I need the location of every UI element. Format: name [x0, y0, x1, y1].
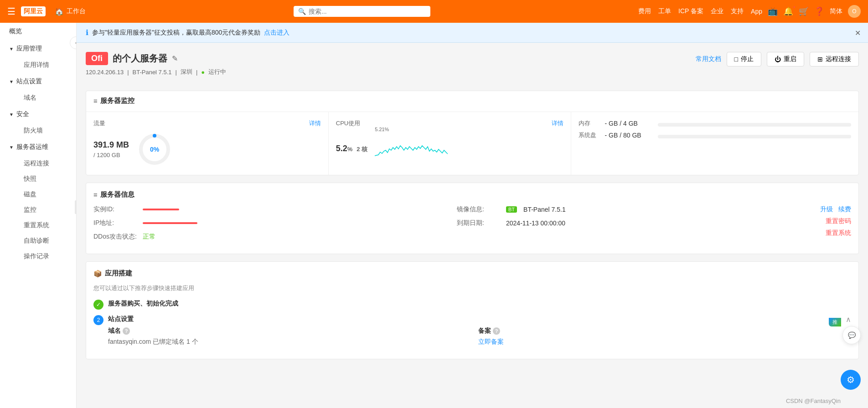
group-label: 服务器运维 [16, 143, 48, 151]
rec-badge: 推 [829, 318, 841, 326]
build-step-2: 2 站点设置 域名 ? fantasyqin.com 已绑定域名 1 个 [93, 315, 851, 346]
separator2: | [176, 69, 177, 76]
filing-help-icon[interactable]: ? [493, 327, 500, 335]
instance-id-value [143, 209, 179, 210]
nav-icp[interactable]: ICP 备案 [678, 7, 703, 15]
restart-label: 重启 [784, 55, 796, 63]
monitor-title: ≡ 服务器监控 [93, 97, 851, 105]
nav-fees[interactable]: 费用 [638, 7, 651, 15]
app-build-desc: 您可以通过以下推荐步骤快速搭建应用 [93, 284, 851, 292]
edit-icon[interactable]: ✎ [172, 54, 178, 63]
cpu-detail-link[interactable]: 详情 [552, 119, 563, 128]
server-ip: 120.24.206.13 [86, 69, 124, 76]
overview-label: 概览 [9, 27, 22, 36]
nav-support[interactable]: 支持 [731, 7, 744, 15]
domain-help-icon[interactable]: ? [123, 327, 130, 335]
home-icon[interactable]: 🏠 [55, 7, 64, 16]
expire-label: 到期日期: [457, 219, 502, 227]
traffic-values: 391.9 MB / 1200 GB [93, 140, 129, 158]
disk-progress-bar [658, 132, 852, 138]
cpu-chart-container: 5.21% [375, 131, 563, 166]
avatar[interactable]: O [848, 5, 861, 18]
sidebar-sub-security: 防火墙 [0, 123, 76, 138]
cpu-chart-label: 5.21% [375, 127, 389, 132]
sidebar-item-domain[interactable]: 域名 [16, 90, 76, 106]
banner-link[interactable]: 点击进入 [264, 29, 289, 37]
top-navigation: ☰ 阿里云 🏠 工作台 🔍 费用 工单 ICP 备案 企业 支持 App 📺 🔔… [0, 0, 868, 23]
sidebar-item-monitor[interactable]: 监控 [16, 202, 76, 218]
monitor-icon[interactable]: 📺 [768, 6, 778, 16]
sidebar-sub-app: 应用详情 [0, 57, 76, 73]
sidebar: ‹ 概览 ▼ 应用管理 应用详情 ▼ 站点设置 域名 ▼ 安全 [0, 23, 77, 408]
traffic-section: 流量 详情 391.9 MB / 1200 GB [86, 112, 329, 175]
traffic-donut: 0% [136, 131, 173, 168]
sidebar-group-app-management[interactable]: ▼ 应用管理 [0, 40, 76, 57]
common-docs-button[interactable]: 常用文档 [696, 52, 721, 66]
breadcrumb-text[interactable]: 工作台 [67, 7, 86, 15]
sidebar-item-op-log[interactable]: 操作记录 [16, 249, 76, 264]
cpu-unit: % [347, 146, 353, 153]
sidebar-resize-handle[interactable]: ⠿ [75, 200, 77, 214]
restart-icon: ⏻ [775, 56, 781, 63]
sidebar-item-overview[interactable]: 概览 [0, 23, 76, 40]
reset-system-link[interactable]: 重置系统 [826, 229, 851, 237]
status-dot: ● [201, 69, 205, 76]
floating-action-button[interactable]: ⚙ [841, 370, 861, 390]
upgrade-link[interactable]: 升级 [820, 205, 833, 214]
info-title-text: 服务器信息 [100, 190, 134, 199]
banner-close[interactable]: ✕ [855, 28, 861, 37]
traffic-detail-link[interactable]: 详情 [309, 119, 321, 128]
sidebar-item-firewall[interactable]: 防火墙 [16, 123, 76, 138]
reset-password-link[interactable]: 重置密码 [826, 217, 851, 225]
server-title-left: Ofi 的个人服务器 ✎ 120.24.206.13 | BT-Panel 7.… [86, 52, 226, 83]
remote-connect-button[interactable]: ⊞ 远程连接 [810, 52, 859, 66]
chat-float-button[interactable]: 💬 [842, 326, 861, 344]
sidebar-item-disk[interactable]: 磁盘 [16, 187, 76, 202]
cpu-value: 5.2% 2 核 [336, 144, 367, 153]
fab-icon: ⚙ [847, 374, 855, 385]
expire-value: 2024-11-13 00:00:00 [506, 219, 565, 227]
cart-icon[interactable]: 🛒 [799, 6, 809, 16]
csdn-watermark: CSDN @FantasyQin [786, 398, 841, 404]
stop-button[interactable]: □ 停止 [727, 52, 761, 66]
sidebar-item-remote[interactable]: 远程连接 [16, 156, 76, 171]
search-bar[interactable]: 🔍 [294, 6, 430, 17]
app-build-title-text: 应用搭建 [105, 269, 132, 278]
promotion-banner: ℹ 参与"轻量应用服务器"征文投稿，赢取最高800元代金券奖励 点击进入 ✕ [77, 23, 868, 43]
nav-enterprise[interactable]: 企业 [711, 7, 723, 15]
step2-collapse-icon[interactable]: ∧ [846, 315, 851, 324]
lang-switch[interactable]: 简体 [830, 7, 842, 15]
upgrade-renew-row: 升级 续费 [820, 205, 851, 214]
server-title-text: 的个人服务器 [113, 52, 167, 65]
logo: 阿里云 [21, 6, 46, 16]
restart-button[interactable]: ⏻ 重启 [767, 52, 804, 66]
ip-row: IP地址: [93, 219, 457, 227]
nav-app[interactable]: App [751, 8, 762, 15]
traffic-label: 流量 [93, 119, 105, 128]
sidebar-group-security[interactable]: ▼ 安全 [0, 106, 76, 123]
memory-row: 内存 - GB / 4 GB [579, 119, 852, 128]
hamburger-menu[interactable]: ☰ [7, 6, 16, 17]
monitor-sections: 流量 详情 391.9 MB / 1200 GB [86, 112, 858, 175]
sidebar-group-site[interactable]: ▼ 站点设置 [0, 73, 76, 90]
traffic-donut-wrap: 391.9 MB / 1200 GB 0% [93, 131, 321, 168]
remote-label: 远程连接 [826, 55, 851, 63]
notification-icon[interactable]: 🔔• [783, 6, 793, 16]
info-middle: 镜像信息: BT BT-Panel 7.5.1 到期日期: 2024-11-13… [457, 205, 820, 246]
sidebar-item-app-detail[interactable]: 应用详情 [16, 57, 76, 73]
sidebar-item-snapshot[interactable]: 快照 [16, 171, 76, 187]
build-step-1: ✓ 服务器购买、初始化完成 [93, 300, 851, 310]
renew-link[interactable]: 续费 [838, 205, 851, 214]
arrow-icon: ▼ [9, 46, 14, 51]
help-icon[interactable]: ❓ [814, 6, 824, 16]
separator3: | [196, 69, 197, 76]
sidebar-item-reset-system[interactable]: 重置系统 [16, 218, 76, 233]
app-build-icon: 📦 [93, 270, 102, 278]
image-label: 镜像信息: [457, 205, 502, 214]
filing-link[interactable]: 立即备案 [478, 338, 841, 346]
domain-col-header: 域名 ? [108, 327, 471, 335]
nav-ticket[interactable]: 工单 [658, 7, 671, 15]
sidebar-group-ops[interactable]: ▼ 服务器运维 [0, 138, 76, 156]
search-input[interactable] [309, 8, 426, 15]
sidebar-item-self-diagnose[interactable]: 自助诊断 [16, 233, 76, 249]
